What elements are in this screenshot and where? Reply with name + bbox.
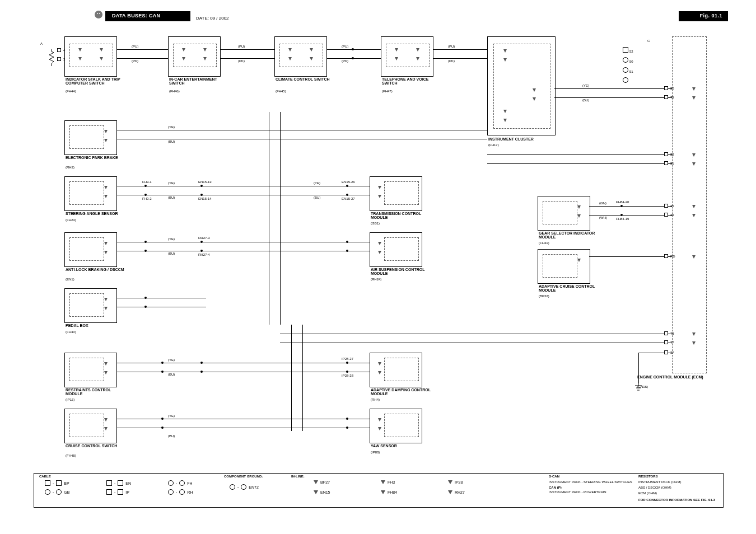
abs-sub: (EN1) bbox=[66, 278, 74, 281]
key-header: COMPONENT GROUND: bbox=[224, 475, 263, 478]
module-cruise-sw bbox=[64, 409, 117, 443]
key-item: INSTRUMENT PACK - POWERTRAIN bbox=[549, 490, 606, 494]
inline-conn: EN15-14 bbox=[198, 197, 212, 200]
yaw-sub: (IP88) bbox=[371, 451, 380, 454]
module-climate bbox=[274, 36, 327, 77]
key-item: BP bbox=[64, 481, 69, 485]
air-name: AIR SUSPENSION CONTROL MODULE bbox=[371, 268, 432, 275]
wire-color: (BU) bbox=[168, 140, 175, 143]
module-rcm bbox=[64, 353, 117, 387]
res-a-lbl: A bbox=[40, 42, 43, 45]
key-item: RH27 bbox=[455, 490, 465, 494]
tcm-sub: (GB1) bbox=[371, 222, 380, 225]
inline-conn: FH84-19 bbox=[616, 217, 629, 221]
pin: 4 bbox=[63, 49, 65, 52]
phone-name: TELEPHONE AND VOICE SWITCH bbox=[382, 77, 444, 85]
inline-conn: EN15-13 bbox=[198, 180, 212, 184]
wire-color: (BU) bbox=[168, 434, 175, 438]
ice-name: IN-CAR ENTERTAINMENT SWITCH bbox=[169, 77, 231, 85]
wire-color: (YE) bbox=[168, 181, 175, 185]
wire-color: (PK) bbox=[342, 59, 348, 63]
yaw-name: YAW SENSOR bbox=[371, 444, 397, 448]
key-item: EN15 bbox=[320, 490, 330, 494]
sas-name: STEERING ANGLE SENSOR bbox=[66, 212, 127, 216]
damp-name: ADAPTIVE DAMPING CONTROL MODULE bbox=[371, 388, 438, 396]
svg-point-1 bbox=[97, 13, 98, 14]
key-header: IN-LINE: bbox=[291, 475, 305, 478]
ecm-pin: 77 bbox=[670, 341, 674, 344]
damp-sub: (RH4) bbox=[371, 398, 380, 401]
key-item: ECM (OHM) bbox=[638, 491, 657, 495]
ice-sub: (FH46) bbox=[169, 90, 180, 93]
wire-color: (GN) bbox=[599, 202, 606, 205]
module-instrument-cluster bbox=[487, 36, 556, 135]
inline-conn: RH27-4 bbox=[198, 253, 210, 256]
gear-sub: (FH41) bbox=[539, 241, 549, 245]
ecm-pin: 36 bbox=[670, 213, 674, 217]
wire-color: (YE) bbox=[582, 84, 589, 87]
ecm-pin: 79 bbox=[670, 96, 674, 99]
wire-color: (PK) bbox=[448, 59, 455, 63]
wire-color: (BU) bbox=[582, 99, 589, 102]
key-item: ABS / DSCCM (OHM) bbox=[638, 486, 671, 489]
inline-conn: FH3-2 bbox=[142, 197, 152, 200]
date-label: DATE: 09 / 2002 bbox=[196, 16, 229, 21]
key-item: INSTRUMENT PACK (OHM) bbox=[638, 480, 681, 484]
inline-conn: IP28-28 bbox=[342, 374, 353, 377]
phone-sub: (FH47) bbox=[382, 90, 393, 93]
cruise-sub: (FH48) bbox=[66, 454, 76, 457]
legend-box bbox=[34, 473, 724, 508]
wire-color: (BU) bbox=[314, 196, 320, 199]
key-header: S-CAN bbox=[549, 475, 559, 478]
module-indicator-stalk bbox=[64, 36, 117, 77]
module-damp bbox=[370, 353, 422, 387]
figure-label: Fig. 01.1 bbox=[699, 13, 722, 18]
inline-conn: EN15-27 bbox=[342, 197, 355, 200]
module-gear bbox=[538, 196, 590, 231]
wire-color: (YE) bbox=[168, 358, 175, 362]
pin: 3 bbox=[63, 58, 65, 61]
rcm-name: RESTRAINTS CONTROL MODULE bbox=[66, 388, 127, 396]
key-item: IP28 bbox=[455, 480, 463, 484]
wire-color: (WH) bbox=[599, 216, 607, 219]
ground-icon bbox=[634, 383, 643, 391]
wire-color: (YE) bbox=[168, 125, 175, 129]
inline-conn: EN15-26 bbox=[342, 180, 355, 184]
module-epb bbox=[64, 120, 117, 155]
ecm-pin: 35 bbox=[670, 204, 674, 208]
svg-point-0 bbox=[95, 11, 102, 18]
cruise-name: CRUISE CONTROL SWITCH bbox=[66, 444, 127, 448]
key-item: EN bbox=[125, 481, 131, 485]
inline-conn: IP28-27 bbox=[342, 357, 353, 360]
wire-color: (PU) bbox=[238, 45, 245, 48]
wire-color: (PK) bbox=[238, 59, 245, 63]
key-header: CAN (P) bbox=[549, 486, 562, 489]
acc-sub: (BP22) bbox=[539, 294, 549, 298]
ecm-res-block: 52 50 51 bbox=[623, 45, 633, 85]
module-telephone bbox=[381, 36, 433, 77]
brand-icon bbox=[94, 10, 103, 21]
res-c-lbl: C bbox=[647, 39, 650, 43]
wire-color: (PU) bbox=[132, 45, 138, 48]
resistor-icon bbox=[47, 49, 57, 66]
module-pedal bbox=[64, 288, 117, 323]
gear-name: GEAR SELECTOR INDICATOR MODULE bbox=[539, 231, 606, 239]
wire-color: (BU) bbox=[168, 252, 175, 255]
key-item: GB bbox=[64, 490, 69, 494]
climate-name: CLIMATE CONTROL SWITCH bbox=[276, 77, 337, 81]
ecm-pin: 82 bbox=[670, 153, 674, 156]
acc-name: ADAPTIVE CRUISE CONTROL MODULE bbox=[539, 284, 606, 292]
module-yaw bbox=[370, 409, 422, 443]
module-tcm bbox=[370, 176, 422, 211]
wire-color: (YE) bbox=[168, 414, 175, 418]
ecm-pin: 80 bbox=[670, 87, 674, 90]
rcm-sub: (IP15) bbox=[66, 398, 74, 401]
module-ecm-outline bbox=[672, 36, 707, 373]
climate-sub: (FH45) bbox=[276, 90, 286, 93]
epb-sub: (RH2) bbox=[66, 166, 74, 169]
key-header: CABLE bbox=[39, 475, 51, 478]
wire-color: (YE) bbox=[314, 181, 320, 185]
title-text: DATA BUSES: CAN bbox=[112, 13, 160, 18]
abs-name: ANTI-LOCK BRAKING / DSCCM bbox=[66, 268, 127, 271]
pedal-name: PEDAL BOX bbox=[66, 324, 88, 327]
